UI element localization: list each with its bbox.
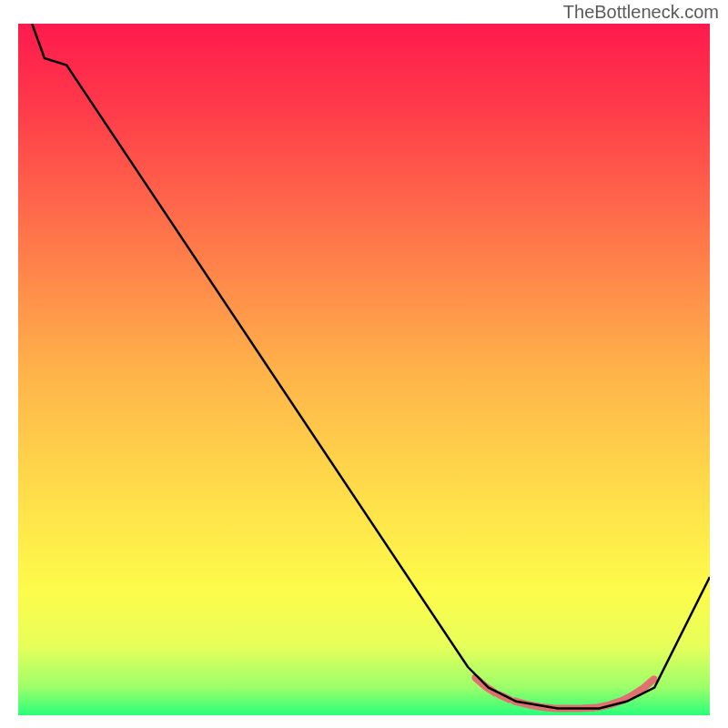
dot-point xyxy=(652,676,657,682)
bottleneck-chart xyxy=(0,0,728,728)
chart-container: TheBottleneck.com xyxy=(0,0,728,728)
watermark-label: TheBottleneck.com xyxy=(563,2,719,23)
dot-point xyxy=(642,685,647,691)
gradient-background xyxy=(18,24,710,715)
